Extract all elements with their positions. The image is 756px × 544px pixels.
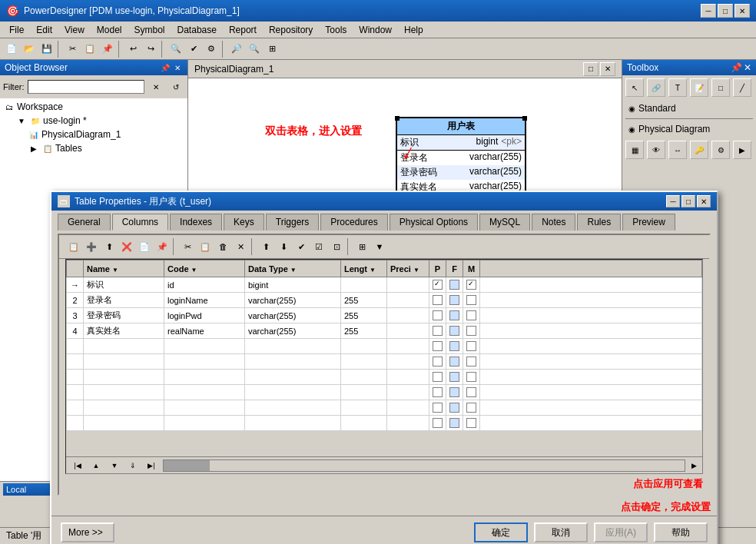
ok-button[interactable]: 确定 — [474, 522, 528, 542]
th-length[interactable]: Lengt ▼ — [341, 260, 387, 277]
dtb-move-down[interactable]: ⬇ — [275, 238, 292, 255]
tab-physical-options[interactable]: Physical Options — [390, 214, 478, 231]
checkbox-f-3[interactable] — [449, 310, 459, 320]
cell-p-2[interactable] — [429, 293, 446, 308]
cell-m-4[interactable] — [463, 323, 480, 339]
checkbox-p-1[interactable] — [433, 280, 443, 290]
cell-name-2[interactable]: 登录名 — [84, 293, 164, 308]
dtb-del2[interactable]: 🗑 — [214, 238, 231, 255]
th-name[interactable]: Name ▼ — [84, 260, 164, 277]
nav-last[interactable]: ▶| — [143, 457, 160, 474]
cell-p-3[interactable] — [429, 308, 446, 323]
checkbox-m-1[interactable] — [466, 280, 476, 290]
cell-code-2[interactable]: loginName — [164, 293, 245, 308]
more-button-label: More >> — [68, 527, 103, 538]
dtb-check2[interactable]: ☑ — [310, 238, 327, 255]
dialog-close-button[interactable]: ✕ — [697, 195, 711, 207]
cell-type-1[interactable]: bigint — [245, 277, 341, 293]
row-marker-3: 3 — [67, 308, 84, 323]
th-f[interactable]: F — [446, 260, 463, 277]
dtb-check[interactable]: ✔ — [293, 238, 310, 255]
dtb-cut[interactable]: ✂ — [179, 238, 196, 255]
cell-m-1[interactable] — [463, 277, 480, 293]
dialog-minimize-button[interactable]: ─ — [666, 195, 680, 207]
dtb-delete-row[interactable]: ❌ — [118, 238, 135, 255]
nav-first[interactable]: |◀ — [69, 457, 86, 474]
dtb-insert-row[interactable]: ⬆ — [101, 238, 118, 255]
cell-m-2[interactable] — [463, 293, 480, 308]
dtb-paste[interactable]: 📌 — [154, 238, 171, 255]
nav-down2[interactable]: ⇓ — [124, 457, 141, 474]
checkbox-f-1[interactable] — [449, 280, 459, 290]
nav-next[interactable]: ▼ — [106, 457, 123, 474]
cell-preci-1[interactable] — [387, 277, 429, 293]
cell-f-4[interactable] — [446, 323, 463, 339]
cell-code-3[interactable]: loginPwd — [164, 308, 245, 323]
th-m[interactable]: M — [463, 260, 480, 277]
cell-len-2[interactable]: 255 — [341, 293, 387, 308]
cell-name-1[interactable]: 标识 — [84, 277, 164, 293]
cell-code-4[interactable]: realName — [164, 323, 245, 339]
tab-procedures[interactable]: Procedures — [320, 214, 387, 231]
cell-preci-3[interactable] — [387, 308, 429, 323]
dtb-expand[interactable]: ⊞ — [353, 238, 370, 255]
cell-len-3[interactable]: 255 — [341, 308, 387, 323]
checkbox-f-4[interactable] — [449, 326, 459, 336]
dtb-add-row[interactable]: ➕ — [83, 238, 100, 255]
dtb-move-up[interactable]: ⬆ — [257, 238, 274, 255]
tab-indexes[interactable]: Indexes — [170, 214, 222, 231]
cell-type-4[interactable]: varchar(255) — [245, 323, 341, 339]
tab-keys[interactable]: Keys — [224, 214, 264, 231]
checkbox-m-3[interactable] — [466, 310, 476, 320]
tab-columns[interactable]: Columns — [112, 214, 168, 231]
apply-button[interactable]: 应用(A) — [594, 522, 648, 542]
cell-p-1[interactable] — [429, 277, 446, 293]
dialog-title-text: Table Properties - 用户表 (t_user) — [75, 195, 211, 208]
tab-mysql[interactable]: MySQL — [479, 214, 530, 231]
cell-code-1[interactable]: id — [164, 277, 245, 293]
cell-f-2[interactable] — [446, 293, 463, 308]
dtb-properties[interactable]: 📋 — [65, 238, 82, 255]
dialog-maximize-button[interactable]: □ — [681, 195, 695, 207]
checkbox-p-2[interactable] — [433, 295, 443, 305]
th-preci[interactable]: Preci ▼ — [387, 260, 429, 277]
cell-p-4[interactable] — [429, 323, 446, 339]
th-datatype[interactable]: Data Type ▼ — [245, 260, 341, 277]
tab-general[interactable]: General — [58, 214, 111, 231]
checkbox-p-3[interactable] — [433, 310, 443, 320]
columns-scroll-area[interactable]: Name ▼ Code ▼ Data Type ▼ Lengt ▼ Preci … — [66, 260, 702, 456]
cell-name-4[interactable]: 真实姓名 — [84, 323, 164, 339]
h-scrollbar[interactable] — [163, 459, 685, 472]
dtb-filter[interactable]: ⊡ — [328, 238, 345, 255]
dtb-paste2[interactable]: 📋 — [197, 238, 214, 255]
th-code[interactable]: Code ▼ — [164, 260, 245, 277]
cell-f-1[interactable] — [446, 277, 463, 293]
cell-name-3[interactable]: 登录密码 — [84, 308, 164, 323]
cell-type-3[interactable]: varchar(255) — [245, 308, 341, 323]
scroll-right-btn[interactable]: ▶ — [685, 457, 702, 474]
checkbox-p-4[interactable] — [433, 326, 443, 336]
dtb-x[interactable]: ✕ — [232, 238, 249, 255]
cell-preci-2[interactable] — [387, 293, 429, 308]
tab-notes[interactable]: Notes — [532, 214, 575, 231]
checkbox-m-4[interactable] — [466, 326, 476, 336]
th-p[interactable]: P — [429, 260, 446, 277]
tab-preview[interactable]: Preview — [622, 214, 675, 231]
cell-preci-4[interactable] — [387, 323, 429, 339]
tab-rules[interactable]: Rules — [577, 214, 621, 231]
table-bottom-controls: |◀ ▲ ▼ ⇓ ▶| ▶ — [66, 456, 702, 473]
dtb-more-options[interactable]: ▼ — [371, 238, 388, 255]
cancel-button[interactable]: 取消 — [534, 522, 588, 542]
more-button[interactable]: More >> — [61, 522, 114, 542]
dtb-copy[interactable]: 📄 — [136, 238, 153, 255]
nav-prev[interactable]: ▲ — [88, 457, 104, 474]
checkbox-f-2[interactable] — [449, 295, 459, 305]
checkbox-m-2[interactable] — [466, 295, 476, 305]
cell-len-4[interactable]: 255 — [341, 323, 387, 339]
cell-type-2[interactable]: varchar(255) — [245, 293, 341, 308]
tab-triggers[interactable]: Triggers — [266, 214, 320, 231]
help-button[interactable]: 帮助 — [654, 522, 708, 542]
cell-len-1[interactable] — [341, 277, 387, 293]
cell-f-3[interactable] — [446, 308, 463, 323]
cell-m-3[interactable] — [463, 308, 480, 323]
